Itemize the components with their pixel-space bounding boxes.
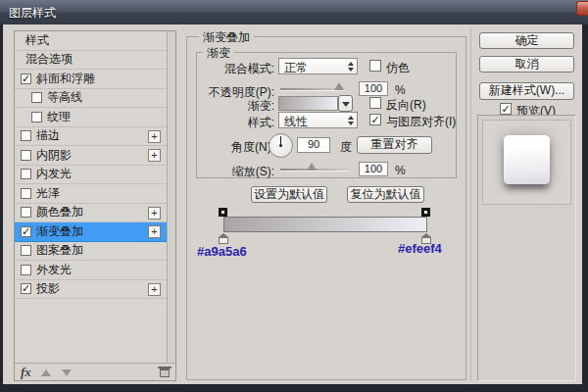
list-toolbar: fx [15,363,175,380]
scale-slider-thumb[interactable] [307,163,317,171]
dropdown-arrow-icon [342,102,350,107]
reset-default-button[interactable]: 复位为默认值 [347,186,424,203]
sidebar-item-label: 投影 [36,280,60,297]
gradient-picker-arrow[interactable] [338,95,353,112]
scale-value[interactable]: 100 [359,162,388,176]
style-list: 样式 混合选项 ✓斜面和浮雕等高线纹理描边+内阴影+内发光光泽颜色叠加+✓渐变叠… [14,30,176,381]
effect-checkbox[interactable] [21,265,31,275]
move-up-icon[interactable] [41,369,51,376]
dither-checkbox[interactable] [369,60,381,72]
angle-center-icon [279,144,282,147]
blend-mode-value: 正常 [284,61,308,74]
sidebar-item-label: 描边 [36,127,60,144]
gradient-swatch[interactable] [278,96,338,111]
close-button[interactable] [576,1,588,16]
sidebar-item-8[interactable]: ✓渐变叠加+ [15,222,168,242]
opacity-unit: % [395,83,406,97]
gradient-label: 渐变: [192,98,274,115]
opacity-value[interactable]: 100 [359,81,388,96]
list-scrollbar[interactable] [167,31,175,363]
expand-plus-icon[interactable]: + [148,130,161,143]
sidebar-item-blending-options[interactable]: 混合选项 [15,51,168,71]
effect-checkbox[interactable] [21,188,31,199]
sidebar-item-label: 外发光 [36,262,72,278]
sidebar-item-styles[interactable]: 样式 [15,31,168,51]
sidebar-item-10[interactable]: 外发光 [15,261,168,280]
opacity-slider-thumb[interactable] [334,82,344,90]
effect-checkbox[interactable] [21,150,31,161]
preview-panel [477,115,576,381]
blend-mode-label: 混合模式: [192,61,274,77]
sidebar-item-6[interactable]: 光泽 [15,184,168,204]
combo-arrows-icon [347,116,354,125]
sidebar-item-1[interactable]: 等高线 [15,89,168,109]
expand-plus-icon[interactable]: + [148,207,161,220]
effect-checkbox[interactable] [21,245,31,256]
preview-thumbnail [504,135,550,184]
preview-checkbox[interactable]: ✓ [500,103,512,115]
style-select[interactable]: 线性 [278,112,358,128]
align-layer-checkbox[interactable]: ✓ [369,114,381,125]
effect-checkbox[interactable]: ✓ [21,226,31,237]
reverse-label: 反向(R) [386,97,426,114]
sidebar-item-4[interactable]: 内阴影+ [15,146,168,166]
ok-button[interactable]: 确定 [479,32,574,49]
angle-value[interactable]: 90 [297,137,330,153]
sidebar-item-label: 斜面和浮雕 [36,71,95,87]
effect-checkbox[interactable] [31,112,42,122]
combo-arrows-icon [347,62,354,72]
style-list-rows: 样式 混合选项 ✓斜面和浮雕等高线纹理描边+内阴影+内发光光泽颜色叠加+✓渐变叠… [15,31,175,299]
reset-align-button[interactable]: 重置对齐 [357,136,432,154]
gradient-end-hex: #efeef4 [398,241,442,256]
angle-unit: 度 [340,139,352,156]
move-down-icon[interactable] [62,369,72,376]
blend-mode-select[interactable]: 正常 [278,58,358,74]
opacity-stop-right[interactable] [421,208,430,217]
delete-effect-icon[interactable] [160,368,170,377]
effect-checkbox[interactable] [21,169,31,179]
sidebar-item-5[interactable]: 内发光 [15,166,168,185]
sidebar-item-label: 光泽 [36,185,60,202]
sidebar-item-label: 图案叠加 [36,242,83,259]
expand-plus-icon[interactable]: + [148,225,161,238]
scale-unit: % [395,164,406,177]
align-layer-label: 与图层对齐(I) [386,114,456,130]
sidebar-item-label: 纹理 [47,109,71,125]
sidebar-item-label: 等高线 [47,89,82,106]
sidebar-item-7[interactable]: 颜色叠加+ [15,204,168,223]
effect-checkbox[interactable] [31,92,42,103]
color-stop-left[interactable] [219,233,228,244]
dither-label: 仿色 [386,60,410,76]
sidebar-item-3[interactable]: 描边+ [15,127,168,147]
new-style-button[interactable]: 新建样式(W)... [479,82,574,100]
opacity-stop-left[interactable] [219,208,227,217]
sidebar-item-label: 渐变叠加 [36,223,83,240]
sidebar-item-label: 颜色叠加 [36,204,83,220]
effect-checkbox[interactable] [21,207,31,218]
effect-checkbox[interactable]: ✓ [21,283,31,294]
panel-divider [470,27,471,380]
expand-plus-icon[interactable]: + [148,283,161,296]
reverse-checkbox[interactable] [369,97,381,109]
preview-image-box [482,120,571,205]
set-default-button[interactable]: 设置为默认值 [251,186,327,203]
sidebar-item-0[interactable]: ✓斜面和浮雕 [15,70,168,89]
effect-checkbox[interactable] [21,130,31,141]
dialog-title: 图层样式 [9,5,56,22]
sidebar-item-11[interactable]: ✓投影+ [15,280,168,300]
sidebar-item-label: 样式 [25,32,49,49]
expand-plus-icon[interactable]: + [148,149,161,162]
titlebar[interactable]: 图层样式 [0,0,588,24]
sidebar-item-2[interactable]: 纹理 [15,108,168,127]
angle-dial[interactable] [269,133,293,158]
sidebar-item-label: 混合选项 [25,51,73,68]
effect-checkbox[interactable]: ✓ [21,74,31,84]
group-title: 渐变叠加 [199,29,254,46]
sidebar-item-label: 内阴影 [36,147,72,164]
cancel-button[interactable]: 取消 [479,56,574,73]
gradient-editor-bar[interactable] [223,217,427,232]
sidebar-item-9[interactable]: 图案叠加 [15,242,168,262]
style-value: 线性 [284,115,308,128]
layer-style-dialog: 图层样式 样式 混合选项 ✓斜面和浮雕等高线纹理描边+内阴影+内发光光泽颜色叠加… [0,0,588,392]
fx-icon[interactable]: fx [21,365,31,380]
